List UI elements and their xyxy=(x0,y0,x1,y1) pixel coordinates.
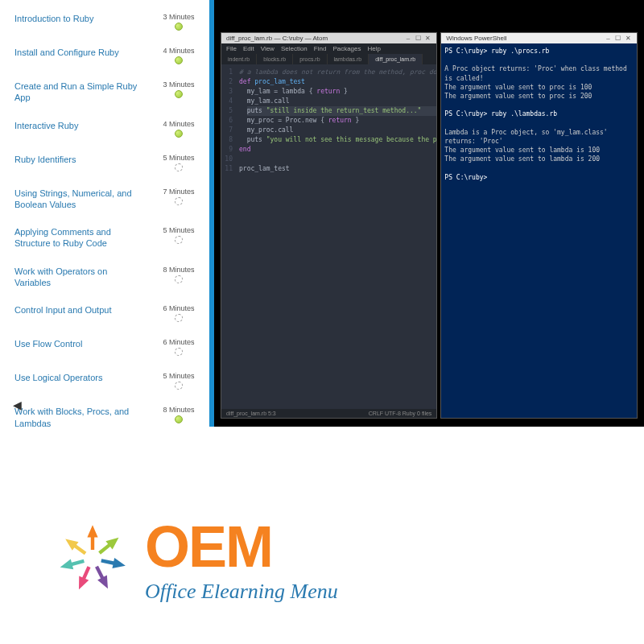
code-content[interactable]: # a lambda does not return from the meth… xyxy=(236,64,436,409)
lesson-title[interactable]: Applying Comments and Structure to Ruby … xyxy=(14,226,143,250)
lesson-title[interactable]: Use Logical Operators xyxy=(14,372,102,383)
lesson-item[interactable]: Install and Configure Ruby4 Minutes xyxy=(6,42,203,76)
brand-logo: OEM Office Elearning Menu xyxy=(48,514,338,604)
lesson-meta: 8 Minutes xyxy=(155,406,203,423)
lesson-title[interactable]: Ruby Identifiers xyxy=(14,154,76,165)
status-complete-icon xyxy=(175,130,183,138)
lesson-duration: 4 Minutes xyxy=(163,120,194,128)
editor-tab[interactable]: lambdas.rb xyxy=(328,54,369,64)
status-loading-icon xyxy=(175,236,183,244)
lesson-title[interactable]: Control Input and Output xyxy=(14,304,111,316)
terminal-window-controls: – ☐ ✕ xyxy=(605,35,632,42)
lesson-duration: 5 Minutes xyxy=(163,372,194,380)
lesson-duration: 8 Minutes xyxy=(163,406,194,414)
status-complete-icon xyxy=(175,23,183,31)
editor-tab-bar: indent.rbblocks.rbprocs.rblambdas.rbdiff… xyxy=(221,54,436,64)
lesson-sidebar: Introduction to Ruby3 MinutesInstall and… xyxy=(0,0,209,427)
logo-title: OEM xyxy=(145,514,338,580)
close-icon[interactable]: ✕ xyxy=(624,35,632,42)
lesson-duration: 6 Minutes xyxy=(163,304,194,312)
lesson-meta: 3 Minutes xyxy=(155,13,203,31)
status-loading-icon xyxy=(175,197,183,205)
terminal-window: Windows PowerShell – ☐ ✕ PS C:\ruby> rub… xyxy=(440,32,638,419)
minimize-icon[interactable]: – xyxy=(404,35,412,42)
lesson-title[interactable]: Create and Run a Simple Ruby App xyxy=(14,80,143,104)
lesson-meta: 6 Minutes xyxy=(155,304,203,322)
terminal-output[interactable]: PS C:\ruby> ruby .\procs.rb A Proc objec… xyxy=(441,43,637,418)
status-loading-icon xyxy=(175,163,183,171)
lesson-meta: 4 Minutes xyxy=(155,47,203,64)
lesson-duration: 8 Minutes xyxy=(163,266,194,274)
status-loading-icon xyxy=(175,348,183,356)
lesson-item[interactable]: Work with Operators on Variables8 Minute… xyxy=(6,261,203,300)
lesson-item[interactable]: Create and Run a Simple Ruby App3 Minute… xyxy=(6,76,203,115)
lesson-item[interactable]: Applying Comments and Structure to Ruby … xyxy=(6,221,203,261)
lesson-meta: 3 Minutes xyxy=(155,80,203,98)
logo-subtitle: Office Elearning Menu xyxy=(145,580,338,604)
editor-body[interactable]: 1234567891011 # a lambda does not return… xyxy=(221,64,436,409)
lesson-duration: 3 Minutes xyxy=(163,80,194,89)
status-complete-icon xyxy=(175,415,183,423)
lesson-title[interactable]: Using Strings, Numerical, and Boolean Va… xyxy=(14,188,143,211)
lesson-duration: 5 Minutes xyxy=(163,226,194,234)
maximize-icon[interactable]: ☐ xyxy=(614,35,622,42)
status-loading-icon xyxy=(175,382,183,390)
lesson-title[interactable]: Interactive Ruby xyxy=(14,120,78,131)
menu-item[interactable]: File xyxy=(226,45,237,52)
lesson-title[interactable]: Install and Configure Ruby xyxy=(14,47,119,58)
maximize-icon[interactable]: ☐ xyxy=(414,35,422,42)
lesson-meta: 6 Minutes xyxy=(155,338,203,356)
editor-titlebar: diff_proc_lam.rb — C:\ruby — Atom – ☐ ✕ xyxy=(221,33,436,43)
close-icon[interactable]: ✕ xyxy=(423,35,431,42)
lesson-meta: 7 Minutes xyxy=(155,188,203,205)
editor-tab[interactable]: blocks.rb xyxy=(257,54,293,64)
lesson-title[interactable]: Work with Operators on Variables xyxy=(14,266,143,289)
status-complete-icon xyxy=(175,56,183,64)
lesson-meta: 5 Minutes xyxy=(155,154,203,171)
lesson-item[interactable]: Use Flow Control6 Minutes xyxy=(6,333,203,367)
editor-menu-bar: FileEditViewSelectionFindPackagesHelp xyxy=(221,43,436,54)
editor-tab[interactable]: diff_proc_lam.rb xyxy=(369,54,423,64)
video-screenshot-area: diff_proc_lam.rb — C:\ruby — Atom – ☐ ✕ … xyxy=(214,0,644,427)
lesson-duration: 7 Minutes xyxy=(163,188,194,196)
status-right: CRLF UTF-8 Ruby 0 files xyxy=(369,411,432,416)
editor-window-controls: – ☐ ✕ xyxy=(404,35,431,42)
lesson-meta: 5 Minutes xyxy=(155,226,203,244)
lesson-title[interactable]: Introduction to Ruby xyxy=(14,13,93,24)
arrows-circle-icon xyxy=(48,514,137,603)
minimize-icon[interactable]: – xyxy=(605,35,613,42)
lesson-item[interactable]: Use Logical Operators5 Minutes xyxy=(6,367,203,401)
lesson-item[interactable]: Work with Blocks, Procs, and Lambdas8 Mi… xyxy=(6,401,203,427)
status-loading-icon xyxy=(175,314,183,322)
editor-tab[interactable]: indent.rb xyxy=(221,54,257,64)
menu-item[interactable]: Selection xyxy=(281,45,308,52)
terminal-window-title: Windows PowerShell xyxy=(446,35,506,42)
menu-item[interactable]: Find xyxy=(314,45,327,52)
status-loading-icon xyxy=(175,275,183,283)
line-number-gutter: 1234567891011 xyxy=(221,64,236,409)
lesson-duration: 5 Minutes xyxy=(163,154,194,162)
lesson-meta: 5 Minutes xyxy=(155,372,203,390)
lesson-item[interactable]: Control Input and Output6 Minutes xyxy=(6,299,203,333)
lesson-title[interactable]: Use Flow Control xyxy=(14,338,82,349)
terminal-titlebar: Windows PowerShell – ☐ ✕ xyxy=(441,33,637,43)
lesson-duration: 4 Minutes xyxy=(163,47,194,55)
current-lesson-pointer-icon: ◀ xyxy=(13,398,22,411)
lesson-title[interactable]: Work with Blocks, Procs, and Lambdas xyxy=(14,406,143,427)
lesson-duration: 6 Minutes xyxy=(163,338,194,346)
editor-tab[interactable]: procs.rb xyxy=(293,54,327,64)
editor-window-title: diff_proc_lam.rb — C:\ruby — Atom xyxy=(226,35,328,42)
menu-item[interactable]: Help xyxy=(368,45,381,52)
lesson-item[interactable]: Ruby Identifiers5 Minutes xyxy=(6,149,203,183)
lesson-item[interactable]: Interactive Ruby4 Minutes xyxy=(6,115,203,149)
editor-status-bar: diff_proc_lam.rb 5:3 CRLF UTF-8 Ruby 0 f… xyxy=(221,409,436,418)
menu-item[interactable]: Packages xyxy=(332,45,361,52)
lesson-item[interactable]: Introduction to Ruby3 Minutes xyxy=(6,8,203,42)
code-editor-window: diff_proc_lam.rb — C:\ruby — Atom – ☐ ✕ … xyxy=(221,32,437,419)
menu-item[interactable]: View xyxy=(261,45,275,52)
lesson-item[interactable]: Using Strings, Numerical, and Boolean Va… xyxy=(6,183,203,222)
lesson-meta: 4 Minutes xyxy=(155,120,203,138)
lesson-meta: 8 Minutes xyxy=(155,266,203,283)
menu-item[interactable]: Edit xyxy=(243,45,254,52)
status-complete-icon xyxy=(175,90,183,98)
